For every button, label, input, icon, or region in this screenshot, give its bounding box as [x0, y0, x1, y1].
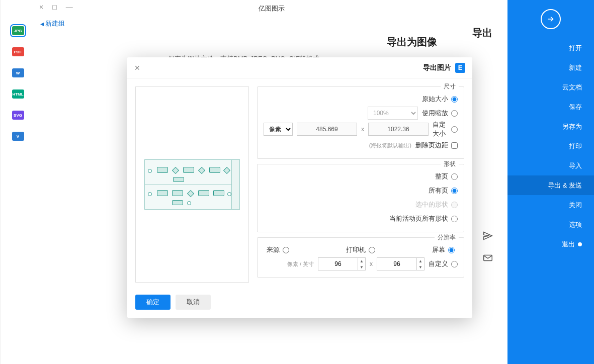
nav-save[interactable]: 保存 — [507, 97, 594, 117]
export-format-list: JPG PDF W HTML SVG V — [0, 0, 35, 364]
window-controls: × □ — — [39, 3, 73, 11]
nav-print[interactable]: 打印 — [507, 136, 594, 156]
chevron-up-icon[interactable]: ▲ — [417, 258, 424, 264]
win-max-icon[interactable]: □ — [52, 3, 56, 11]
margin-hint: (海报将默认输出) — [369, 142, 411, 149]
send-icon[interactable] — [482, 230, 493, 241]
format-pdf[interactable]: PDF — [12, 47, 24, 56]
window-title: 亿图图示 — [35, 0, 507, 13]
app-logo-icon — [541, 9, 561, 29]
dpi-y-stepper[interactable]: ▲▼ — [318, 257, 366, 270]
radio-all-pages[interactable]: 所有页 — [429, 186, 458, 195]
exit-dot-icon — [578, 242, 582, 246]
dialog-logo-icon: E — [455, 63, 465, 73]
dialog-close-icon[interactable]: ✕ — [134, 64, 140, 72]
format-jpg[interactable]: JPG — [12, 26, 24, 35]
radio-original-size[interactable]: 原始大小 — [422, 95, 458, 104]
win-min-icon[interactable]: — — [66, 3, 73, 11]
win-close-icon[interactable]: × — [39, 3, 43, 11]
check-delete-margin[interactable]: 删除页边距 — [415, 141, 458, 150]
chevron-down-icon[interactable]: ▼ — [358, 264, 365, 270]
group-shape: 形状 整页 所有页 选中的形状 当前活动页所有形状 — [257, 164, 464, 232]
dpi-x-stepper[interactable]: ▲▼ — [377, 257, 425, 270]
mail-icon[interactable] — [482, 252, 493, 263]
breadcrumb-home[interactable]: 新建组 — [40, 19, 65, 28]
radio-res-source[interactable]: 来源 — [267, 245, 289, 254]
dimension-x: x — [361, 126, 364, 133]
zoom-select[interactable]: 100% — [368, 107, 418, 120]
legend-resolution: 分辨率 — [435, 233, 459, 242]
dialog-title: 导出图片 — [423, 63, 451, 72]
preview-pane — [135, 86, 249, 283]
nav-cloud[interactable]: 云文档 — [507, 77, 594, 97]
radio-selected-shapes: 选中的形状 — [415, 200, 458, 209]
radio-use-zoom[interactable]: 使用缩放 — [422, 109, 458, 118]
height-field[interactable] — [297, 123, 357, 136]
radio-res-custom[interactable]: 自定义 — [429, 259, 458, 268]
nav-options[interactable]: 选项 — [507, 215, 594, 234]
nav-import[interactable]: 导入 — [507, 156, 594, 175]
format-visio[interactable]: V — [12, 132, 24, 141]
dpi-unit: 像素 / 英寸 — [287, 260, 314, 268]
nav-open[interactable]: 打开 — [507, 38, 594, 58]
width-field[interactable] — [368, 123, 429, 136]
legend-shape: 形状 — [441, 160, 459, 168]
group-resolution: 分辨率 屏幕 打印机 来源 自定义 ▲▼ x ▲▼ 像素 / 英寸 — [257, 237, 464, 278]
legend-size: 尺寸 — [441, 82, 459, 91]
export-image-dialog: E 导出图片 ✕ 尺寸 原始大小 使用缩放 100% 自定大小 x 像素 — [127, 57, 472, 318]
preview-thumbnail — [144, 159, 240, 210]
radio-res-print[interactable]: 打印机 — [346, 245, 375, 254]
cancel-button[interactable]: 取消 — [176, 295, 211, 310]
nav-exit[interactable]: 退出 — [507, 234, 594, 254]
nav-new[interactable]: 新建 — [507, 58, 594, 77]
ok-button[interactable]: 确定 — [135, 295, 171, 310]
group-size: 尺寸 原始大小 使用缩放 100% 自定大小 x 像素 删除页边距 (海报将默认… — [257, 86, 464, 159]
nav-close[interactable]: 关闭 — [507, 195, 594, 215]
chevron-up-icon[interactable]: ▲ — [358, 258, 365, 264]
export-heading: 导出 — [472, 26, 492, 40]
format-html[interactable]: HTML — [12, 89, 24, 99]
sidebar: 打开 新建 云文档 保存 另存为 打印 导入 导出 & 发送 关闭 选项 退出 — [507, 0, 594, 364]
svg-rect-0 — [484, 255, 492, 261]
unit-select[interactable]: 像素 — [264, 123, 293, 136]
radio-custom-size[interactable]: 自定大小 — [433, 120, 458, 138]
format-word[interactable]: W — [12, 68, 24, 77]
radio-full-page[interactable]: 整页 — [435, 172, 458, 181]
radio-res-screen[interactable]: 屏幕 — [432, 245, 455, 254]
nav-export-send[interactable]: 导出 & 发送 — [507, 175, 594, 195]
format-svg[interactable]: SVG — [12, 111, 24, 120]
chevron-down-icon[interactable]: ▼ — [417, 264, 424, 270]
radio-visible-shapes[interactable]: 当前活动页所有形状 — [389, 214, 458, 223]
nav-saveas[interactable]: 另存为 — [507, 117, 594, 136]
